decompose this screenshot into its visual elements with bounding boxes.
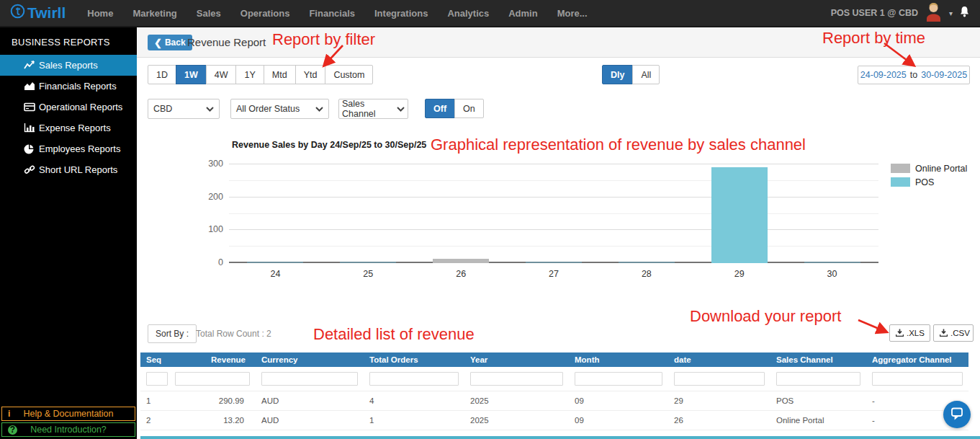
filter-cell [770,367,866,391]
cell-month: 09 [569,411,668,430]
sidebar-item-label: Sales Reports [39,60,98,71]
download-icon [896,329,904,338]
granularity-button-dly[interactable]: Dly [602,65,633,84]
y-tick-label: 200 [196,192,223,202]
filter-input-year[interactable] [470,372,563,386]
col-header-date[interactable]: date [668,352,770,367]
range-button-1y[interactable]: 1Y [235,65,264,84]
chevron-down-icon[interactable]: ▾ [949,9,953,17]
nav-item-more[interactable]: More... [557,8,588,19]
col-header-month[interactable]: Month [569,352,668,367]
nav-item-home[interactable]: Home [87,8,113,19]
nav-item-sales[interactable]: Sales [197,8,221,19]
table-row: 1290.99AUD420250929POS- [140,391,968,411]
filter-input-month[interactable] [575,372,662,386]
logo-text: Twirll [27,4,66,22]
bar-zero-25 [340,262,396,263]
bell-icon[interactable] [959,6,970,20]
legend-swatch [891,177,910,187]
sidebar-item-expense-reports[interactable]: Expense Reports [0,117,137,138]
chevron-down-icon [397,104,405,114]
filter-cell [364,367,464,391]
chat-widget-button[interactable] [943,401,971,428]
range-button-1d[interactable]: 1D [148,65,176,84]
line-chart-icon [24,61,37,70]
filter-input-revenue[interactable] [175,372,250,386]
sidebar-item-employees-reports[interactable]: Employees Reports [0,138,137,159]
back-button[interactable]: ❮ Back [148,35,192,50]
sidebar-item-short-url-reports[interactable]: Short URL Reports [0,159,137,180]
x-tick-label: 30 [817,269,848,279]
filter-cell [866,367,968,391]
bar-pos-29[interactable] [711,167,768,263]
cell-total-orders: 1 [364,411,464,430]
date-from-input[interactable]: 24-09-2025 [860,70,907,80]
sort-by-button[interactable]: Sort By : [148,324,197,343]
card-icon [24,102,37,112]
nav-item-financials[interactable]: Financials [309,8,355,19]
filter-input-total-orders[interactable] [369,372,459,386]
filter-input-date[interactable] [674,372,765,386]
link-icon [24,165,37,174]
col-header-revenue[interactable]: Revenue [169,352,256,367]
granularity-button-group: DlyAll [602,65,660,84]
main-content: ❮ Back Revenue Report Report by filter R… [137,27,980,439]
sidebar-item-operational-reports[interactable]: Operational Reports [0,97,137,117]
filter-input-aggregator-channel[interactable] [872,372,963,386]
filter-input-seq[interactable] [146,372,168,386]
filter-cell [169,367,256,391]
top-navbar: Twirll HomeMarketingSalesOperationsFinan… [0,0,980,27]
filter-input-currency[interactable] [261,372,358,386]
nav-item-analytics[interactable]: Analytics [447,8,489,19]
filter-input-sales-channel[interactable] [776,372,860,386]
bar-chart-icon [24,123,37,133]
y-tick-label: 100 [196,224,223,234]
sidebar-item-sales-reports[interactable]: Sales Reports [0,55,137,76]
range-button-mtd[interactable]: Mtd [264,65,296,84]
need-introduction-link[interactable]: ? Need Introduction? [1,422,135,437]
toggle-button-off[interactable]: Off [425,99,455,118]
download-icon [940,329,948,338]
gridline [229,197,878,198]
annotation-detailed-list: Detailed list of revenue [313,325,475,344]
location-select[interactable]: CBD [148,99,220,119]
user-label[interactable]: POS USER 1 @ CBD [831,8,918,18]
cell-currency: AUD [256,411,364,430]
range-button-1w[interactable]: 1W [176,65,207,84]
sales-channel-select[interactable]: Sales Channel [338,99,408,119]
nav-item-integrations[interactable]: Integrations [374,8,428,19]
toggle-button-on[interactable]: On [454,99,484,118]
annotation-download: Download your report [690,307,841,326]
x-tick-label: 27 [538,269,570,279]
chevron-left-icon: ❮ [154,37,162,48]
col-header-sales-channel[interactable]: Sales Channel [770,352,866,367]
col-header-aggregator-channel[interactable]: Aggregator Channel [866,352,968,367]
main-nav: HomeMarketingSalesOperationsFinancialsIn… [87,8,587,19]
col-header-currency[interactable]: Currency [256,352,364,367]
cell-date: 26 [668,411,770,430]
sidebar-title: BUSINESS REPORTS [0,27,137,55]
order-status-select[interactable]: All Order Status [230,99,329,119]
intro-label: Need Introduction? [30,425,107,435]
range-button-4w[interactable]: 4W [206,65,237,84]
help-documentation-link[interactable]: i Help & Documentation [1,407,135,421]
sales-channel-select-value: Sales Channel [342,99,397,119]
bar-online-portal-26[interactable] [433,259,489,263]
nav-item-operations[interactable]: Operations [240,8,290,19]
download-csv-button[interactable]: .CSV [933,324,974,342]
col-header-seq[interactable]: Seq [140,352,169,367]
legend-label: Online Portal [915,164,967,174]
date-to-input[interactable]: 30-09-2025 [921,70,967,80]
chart-title: Revenue Sales by Day 24/Sep/25 to 30/Sep… [232,140,426,150]
sidebar-item-financials-reports[interactable]: Financials Reports [0,76,137,97]
table-row: 213.20AUD120250926Online Portal- [140,411,968,430]
app-logo[interactable]: Twirll [10,4,66,22]
col-header-year[interactable]: Year [464,352,569,367]
nav-item-marketing[interactable]: Marketing [132,8,176,19]
help-label: Help & Documentation [23,409,113,419]
download-xls-button[interactable]: .XLS [889,324,930,342]
col-header-total-orders[interactable]: Total Orders [364,352,464,367]
granularity-button-all[interactable]: All [632,65,660,84]
avatar[interactable] [925,1,943,25]
nav-item-admin[interactable]: Admin [508,8,537,19]
